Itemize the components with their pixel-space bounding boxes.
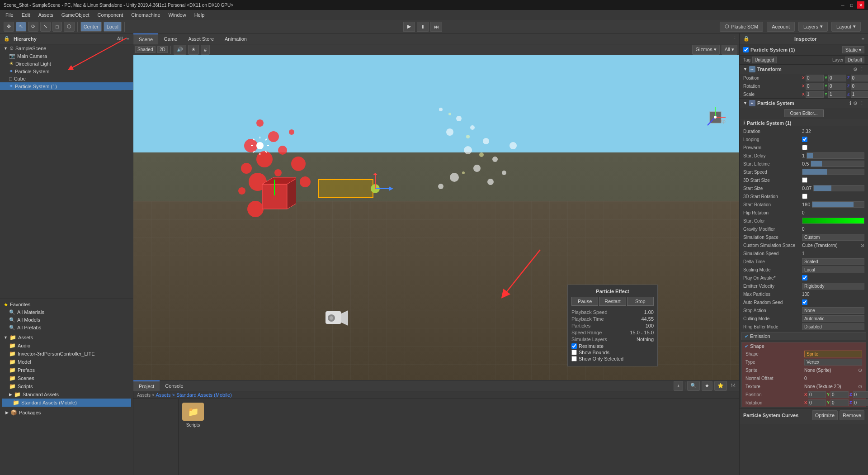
layers-button[interactable]: Layers ▾ xyxy=(798,22,828,32)
tag-select[interactable]: Untagged xyxy=(752,57,777,63)
srot-x-input[interactable] xyxy=(808,399,826,406)
transform-settings-icon[interactable]: ⚙ xyxy=(853,66,858,72)
tab-scene[interactable]: Scene xyxy=(133,33,158,44)
3d-start-rotation-checkbox[interactable] xyxy=(802,194,807,199)
scripts-folder[interactable]: 📁 Scripts xyxy=(2,382,131,390)
audio-folder[interactable]: 📁 Audio xyxy=(2,342,131,350)
stop-popup-btn[interactable]: Stop xyxy=(627,297,654,306)
optimize-btn[interactable]: Optimize xyxy=(812,410,838,420)
emission-header[interactable]: ✔ Emission xyxy=(742,332,866,340)
prefabs-folder[interactable]: 📁 Prefabs xyxy=(2,366,131,374)
spos-x-input[interactable] xyxy=(808,391,826,398)
menu-component[interactable]: Component xyxy=(94,11,127,19)
start-size-slider[interactable] xyxy=(813,185,864,191)
prewarm-checkbox[interactable] xyxy=(802,145,807,150)
scripts-asset-item[interactable]: 📁 Scripts xyxy=(182,403,204,428)
hierarchy-item-main-camera[interactable]: 📷 Main Camera xyxy=(0,52,133,60)
play-on-awake-checkbox[interactable] xyxy=(802,275,807,280)
layer-select[interactable]: Default xyxy=(845,57,864,63)
stop-action-select[interactable]: None xyxy=(802,307,864,314)
rot-z-input[interactable] xyxy=(851,83,868,90)
scene-view[interactable]: Persp Particle Effect Pause Restart xyxy=(133,55,739,380)
shading-select[interactable]: Shaded xyxy=(135,46,156,53)
hierarchy-item-directional-light[interactable]: ☀ Directional Light xyxy=(0,60,133,67)
start-color-picker[interactable] xyxy=(802,218,864,224)
scene-gizmo[interactable] xyxy=(698,100,730,133)
invector-folder[interactable]: 📁 Invector-3rdPersonController_LITE xyxy=(2,350,131,358)
shape-vertex-select[interactable]: Vertex xyxy=(804,359,862,366)
srot-z-input[interactable] xyxy=(853,399,868,406)
scale-x-input[interactable] xyxy=(806,91,824,98)
standard-assets-mobile-folder[interactable]: 📁 Standard Assets (Mobile) xyxy=(2,399,131,407)
tool-rotate[interactable]: ⟳ xyxy=(28,22,38,32)
tool-scale[interactable]: ⤡ xyxy=(40,22,51,32)
hierarchy-item-particle-system[interactable]: ✦ Particle System xyxy=(0,67,133,75)
menu-window[interactable]: Window xyxy=(165,11,190,19)
pos-x-input[interactable] xyxy=(806,75,824,81)
object-active-checkbox[interactable] xyxy=(743,47,749,52)
standard-assets-folder[interactable]: ▶ 📁 Standard Assets xyxy=(2,390,131,399)
looping-checkbox[interactable] xyxy=(802,137,807,142)
plastic-scm-button[interactable]: ⬡ Plastic SCM xyxy=(720,22,763,32)
remove-btn[interactable]: Remove xyxy=(840,410,864,420)
ps-more-icon[interactable]: ⋮ xyxy=(859,100,864,106)
maximize-button[interactable]: □ xyxy=(848,1,855,9)
scenes-folder[interactable]: 📁 Scenes xyxy=(2,374,131,382)
hierarchy-item-cube[interactable]: □ Cube xyxy=(0,75,133,82)
favorite-button[interactable]: ⭐ xyxy=(714,381,727,391)
start-delay-slider[interactable] xyxy=(807,152,864,159)
menu-file[interactable]: File xyxy=(2,11,17,19)
restart-popup-btn[interactable]: Restart xyxy=(599,297,626,306)
gizmos-button[interactable]: Gizmos ▾ xyxy=(692,45,719,55)
ps-subsystem-info-icon[interactable]: ℹ xyxy=(743,120,745,126)
play-button[interactable]: ▶ xyxy=(403,22,415,32)
sound-button[interactable]: 🔊 xyxy=(174,45,186,55)
scale-z-input[interactable] xyxy=(851,91,868,98)
add-folder-button[interactable]: + xyxy=(674,381,683,391)
start-rotation-slider[interactable] xyxy=(812,201,864,208)
ps-info-icon[interactable]: ℹ xyxy=(849,100,851,106)
tab-console[interactable]: Console xyxy=(160,380,189,391)
pause-button[interactable]: ⏸ xyxy=(417,22,429,32)
texture-pick-btn[interactable]: ⊙ xyxy=(858,384,862,390)
rot-x-input[interactable] xyxy=(806,83,824,90)
scene-more-icon[interactable]: ⋮ xyxy=(732,36,737,42)
space-local-btn[interactable]: Local xyxy=(104,22,122,32)
menu-cinemachine[interactable]: Cinemachine xyxy=(127,11,164,19)
spos-y-input[interactable] xyxy=(830,391,849,398)
scene-effects-button[interactable]: ☀ xyxy=(188,45,199,55)
step-button[interactable]: ⏭ xyxy=(430,22,442,32)
ring-buffer-mode-select[interactable]: Disabled xyxy=(802,323,864,330)
start-speed-slider[interactable] xyxy=(802,169,864,175)
tab-animation[interactable]: Animation xyxy=(219,33,252,44)
particle-system-component-header[interactable]: ▼ ✦ Particle System ℹ ⚙ ⋮ xyxy=(740,99,868,108)
all-models-item[interactable]: 🔍 All Models xyxy=(2,316,131,324)
tab-game[interactable]: Game xyxy=(158,33,183,44)
menu-edit[interactable]: Edit xyxy=(18,11,34,19)
rot-y-input[interactable] xyxy=(828,83,846,90)
all-materials-item[interactable]: 🔍 All Materials xyxy=(2,309,131,316)
show-bounds-checkbox[interactable] xyxy=(571,350,577,355)
delta-time-select[interactable]: Scaled Unscaled xyxy=(802,258,864,265)
menu-assets[interactable]: Assets xyxy=(35,11,57,19)
packages-folder[interactable]: ▶ 📦 Packages xyxy=(2,408,131,417)
shape-header[interactable]: ✔ Shape xyxy=(742,342,866,350)
transform-more-icon[interactable]: ⋮ xyxy=(859,66,864,72)
show-only-selected-check[interactable]: Show Only Selected xyxy=(571,356,654,361)
scale-y-input[interactable] xyxy=(828,91,846,98)
search-button[interactable]: 🔍 xyxy=(687,381,700,391)
tab-asset-store[interactable]: Asset Store xyxy=(183,33,219,44)
custom-sim-space-pick-btn[interactable]: ⊙ xyxy=(860,242,864,248)
pivot-center-btn[interactable]: Center xyxy=(80,22,102,32)
pause-popup-btn[interactable]: Pause xyxy=(571,297,598,306)
model-folder[interactable]: 📁 Model xyxy=(2,358,131,366)
scaling-mode-select[interactable]: Local Hierarchy Shape xyxy=(802,266,864,273)
resimulate-checkbox[interactable] xyxy=(571,343,577,349)
tool-transform[interactable]: ⬡ xyxy=(64,22,75,32)
mode-2d-select[interactable]: 2D xyxy=(157,46,168,53)
srot-y-input[interactable] xyxy=(830,399,849,406)
show-only-selected-checkbox[interactable] xyxy=(571,356,577,361)
tab-project[interactable]: Project xyxy=(133,380,160,391)
hierarchy-item-particle-system-1[interactable]: ✦ Particle System (1) xyxy=(0,82,133,90)
minimize-button[interactable]: ─ xyxy=(839,1,846,9)
